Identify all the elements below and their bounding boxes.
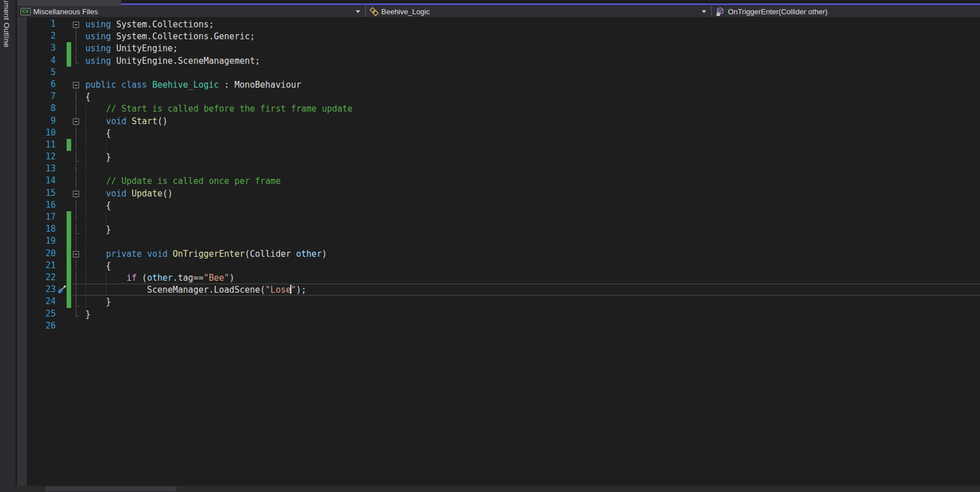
line-number: 16 — [17, 199, 56, 211]
code-text[interactable] — [80, 163, 980, 174]
collapse-toggle[interactable] — [72, 248, 80, 259]
code-line[interactable]: 25} — [17, 308, 980, 320]
code-line[interactable]: 17 — [17, 211, 980, 223]
change-bar — [67, 42, 71, 54]
code-line[interactable]: 8 // Start is called before the first fr… — [17, 102, 980, 114]
change-tracking-margin — [56, 18, 72, 30]
fold-margin — [72, 163, 80, 174]
code-line[interactable]: 13 — [17, 163, 980, 175]
fold-margin — [72, 140, 80, 150]
code-line[interactable]: 16 { — [17, 199, 980, 211]
code-line[interactable]: 4using UnityEngine.SceneManagement; — [17, 55, 980, 67]
member-dropdown[interactable]: OnTriggerEnter(Collider other) — [712, 6, 980, 17]
collapse-toggle[interactable] — [72, 79, 80, 90]
indent-guide — [85, 116, 86, 126]
code-line[interactable]: 19 — [17, 235, 980, 247]
code-text[interactable]: if (other.tag=="Bee") — [80, 272, 980, 283]
code-line[interactable]: 26 — [17, 320, 980, 332]
indent-guide — [85, 140, 86, 150]
code-line[interactable]: 21 { — [17, 260, 980, 272]
code-text[interactable] — [80, 67, 980, 78]
code-line[interactable]: 18 } — [17, 223, 980, 235]
code-text[interactable]: // Start is called before the first fram… — [80, 103, 980, 114]
collapse-toggle[interactable] — [72, 116, 80, 126]
indent-guide — [85, 188, 86, 199]
code-text[interactable] — [80, 212, 980, 223]
line-number: 18 — [17, 223, 56, 235]
code-text[interactable]: using System.Collections; — [80, 19, 980, 30]
document-tab-remnant[interactable] — [17, 0, 121, 6]
code-line[interactable]: 10 { — [17, 127, 980, 139]
horizontal-scrollbar-thumb[interactable] — [46, 486, 176, 491]
code-text[interactable]: // Update is called once per frame — [80, 175, 980, 186]
project-dropdown[interactable]: C# Miscellaneous Files — [17, 6, 366, 17]
document-outline-tab[interactable]: Document Outline — [0, 0, 15, 492]
code-text[interactable]: void Update() — [80, 188, 980, 199]
line-number: 17 — [17, 211, 56, 223]
code-text[interactable] — [80, 321, 980, 331]
change-bar — [67, 139, 71, 151]
code-text[interactable]: } — [80, 296, 980, 307]
line-number: 1 — [17, 18, 56, 30]
indent-guide — [85, 236, 86, 247]
code-text[interactable] — [80, 140, 980, 150]
code-line[interactable]: 5 — [17, 67, 980, 79]
code-line[interactable]: 24 } — [17, 296, 980, 308]
code-text[interactable]: } — [80, 309, 980, 319]
indent-guide — [85, 248, 86, 259]
fold-margin — [72, 224, 80, 235]
code-text[interactable]: } — [80, 151, 980, 162]
code-text[interactable]: { — [80, 91, 980, 102]
code-line[interactable]: 23 SceneManager.LoadScene("Lose"); — [17, 284, 980, 296]
code-text[interactable]: { — [80, 128, 980, 138]
line-number: 13 — [17, 163, 56, 175]
code-line[interactable]: 15 void Update() — [17, 187, 980, 199]
code-line[interactable]: 12 } — [17, 151, 980, 163]
chevron-down-icon[interactable] — [702, 10, 706, 13]
code-line[interactable]: 6public class Beehive_Logic : MonoBehavi… — [17, 79, 980, 91]
code-text[interactable]: using UnityEngine; — [80, 43, 980, 54]
chevron-down-icon[interactable] — [356, 10, 360, 13]
indent-guide — [85, 175, 86, 186]
code-text[interactable]: { — [80, 200, 980, 211]
code-text[interactable]: private void OnTriggerEnter(Collider oth… — [80, 248, 980, 259]
type-dropdown[interactable]: Beehive_Logic — [366, 6, 712, 17]
code-text[interactable]: SceneManager.LoadScene("Lose"); — [80, 284, 980, 295]
code-line[interactable]: 7{ — [17, 91, 980, 102]
code-text[interactable]: using System.Collections.Generic; — [80, 31, 980, 42]
code-text[interactable] — [80, 236, 980, 247]
fold-margin — [72, 200, 80, 211]
code-line[interactable]: 9 void Start() — [17, 115, 980, 127]
code-line[interactable]: 14 // Update is called once per frame — [17, 175, 980, 187]
code-text[interactable]: using UnityEngine.SceneManagement; — [80, 55, 980, 66]
indent-guide — [85, 163, 86, 174]
code-line[interactable]: 3using UnityEngine; — [17, 42, 980, 54]
code-text[interactable]: void Start() — [80, 116, 980, 126]
change-tracking-margin — [56, 115, 72, 127]
change-tracking-margin — [56, 248, 72, 260]
code-lines: 1using System.Collections;2using System.… — [17, 18, 980, 332]
code-line[interactable]: 22 if (other.tag=="Bee") — [17, 272, 980, 284]
document-outline-label: Document Outline — [2, 0, 11, 47]
code-text[interactable]: public class Beehive_Logic : MonoBehavio… — [80, 79, 980, 90]
code-line[interactable]: 1using System.Collections; — [17, 18, 980, 30]
change-tracking-margin — [56, 127, 72, 139]
fold-margin — [72, 175, 80, 186]
collapse-toggle[interactable] — [72, 188, 80, 199]
line-number: 23 — [17, 284, 56, 296]
horizontal-scrollbar[interactable] — [15, 486, 980, 492]
change-bar — [67, 296, 71, 308]
fold-margin — [72, 91, 80, 102]
line-number: 5 — [17, 67, 56, 79]
code-line[interactable]: 2using System.Collections.Generic; — [17, 30, 980, 42]
change-bar — [67, 211, 71, 223]
code-line[interactable]: 20 private void OnTriggerEnter(Collider … — [17, 248, 980, 260]
change-tracking-margin — [56, 320, 72, 332]
class-icon — [369, 7, 378, 16]
code-text[interactable]: } — [80, 224, 980, 235]
collapse-toggle[interactable] — [72, 19, 80, 30]
code-line[interactable]: 11 — [17, 139, 980, 151]
code-text[interactable]: { — [80, 260, 980, 271]
change-bar — [67, 235, 71, 247]
code-editor[interactable]: 1using System.Collections;2using System.… — [17, 17, 980, 486]
